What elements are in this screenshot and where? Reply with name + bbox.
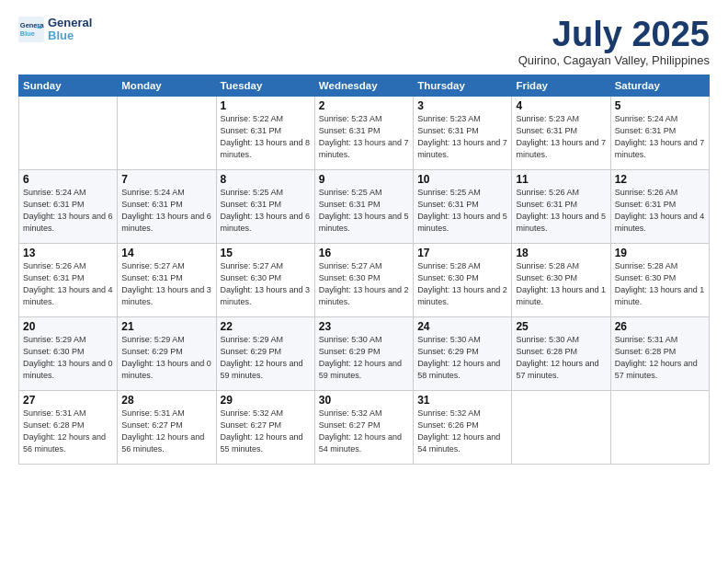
day-number: 21 xyxy=(121,320,211,333)
calendar-cell: 16Sunrise: 5:27 AM Sunset: 6:30 PM Dayli… xyxy=(314,244,413,317)
calendar-cell: 30Sunrise: 5:32 AM Sunset: 6:27 PM Dayli… xyxy=(314,391,413,465)
day-number: 31 xyxy=(417,394,507,407)
day-number: 24 xyxy=(417,320,507,333)
calendar-cell: 9Sunrise: 5:25 AM Sunset: 6:31 PM Daylig… xyxy=(314,170,413,244)
day-number: 25 xyxy=(516,320,606,333)
cell-info: Sunrise: 5:24 AM Sunset: 6:31 PM Dayligh… xyxy=(23,187,113,235)
cell-info: Sunrise: 5:31 AM Sunset: 6:28 PM Dayligh… xyxy=(23,408,113,455)
weekday-header-friday: Friday xyxy=(512,75,610,97)
cell-info: Sunrise: 5:25 AM Sunset: 6:31 PM Dayligh… xyxy=(221,187,311,235)
day-number: 7 xyxy=(121,173,211,186)
calendar-cell: 6Sunrise: 5:24 AM Sunset: 6:31 PM Daylig… xyxy=(19,170,118,244)
calendar-cell: 18Sunrise: 5:28 AM Sunset: 6:30 PM Dayli… xyxy=(512,244,610,317)
calendar-cell xyxy=(118,97,216,170)
calendar-cell: 10Sunrise: 5:25 AM Sunset: 6:31 PM Dayli… xyxy=(414,170,512,244)
day-number: 22 xyxy=(221,320,311,333)
location-subtitle: Quirino, Cagayan Valley, Philippines xyxy=(518,53,710,67)
cell-info: Sunrise: 5:28 AM Sunset: 6:30 PM Dayligh… xyxy=(516,260,606,308)
logo: General Blue General Blue xyxy=(18,17,92,43)
calendar-cell: 17Sunrise: 5:28 AM Sunset: 6:30 PM Dayli… xyxy=(414,244,512,317)
month-title: July 2025 xyxy=(518,17,710,52)
cell-info: Sunrise: 5:24 AM Sunset: 6:31 PM Dayligh… xyxy=(121,187,211,235)
weekday-header-thursday: Thursday xyxy=(414,75,512,97)
day-number: 23 xyxy=(319,320,409,333)
day-number: 15 xyxy=(221,247,311,259)
calendar-cell: 7Sunrise: 5:24 AM Sunset: 6:31 PM Daylig… xyxy=(118,170,216,244)
day-number: 11 xyxy=(516,173,606,186)
day-number: 20 xyxy=(23,320,113,333)
calendar-cell: 5Sunrise: 5:24 AM Sunset: 6:31 PM Daylig… xyxy=(610,97,709,170)
cell-info: Sunrise: 5:30 AM Sunset: 6:29 PM Dayligh… xyxy=(417,334,507,382)
day-number: 6 xyxy=(23,173,113,186)
day-number: 30 xyxy=(319,394,409,407)
svg-text:Blue: Blue xyxy=(20,29,35,38)
calendar-cell: 14Sunrise: 5:27 AM Sunset: 6:31 PM Dayli… xyxy=(118,244,216,317)
day-number: 4 xyxy=(516,99,606,112)
cell-info: Sunrise: 5:31 AM Sunset: 6:28 PM Dayligh… xyxy=(615,334,705,382)
day-number: 10 xyxy=(417,173,507,186)
day-number: 14 xyxy=(121,247,211,259)
day-number: 29 xyxy=(221,394,311,407)
calendar-cell: 25Sunrise: 5:30 AM Sunset: 6:28 PM Dayli… xyxy=(512,317,610,391)
day-number: 12 xyxy=(615,173,705,186)
cell-info: Sunrise: 5:25 AM Sunset: 6:31 PM Dayligh… xyxy=(319,187,409,235)
calendar-cell: 26Sunrise: 5:31 AM Sunset: 6:28 PM Dayli… xyxy=(610,317,709,391)
calendar-cell: 2Sunrise: 5:23 AM Sunset: 6:31 PM Daylig… xyxy=(314,97,413,170)
cell-info: Sunrise: 5:23 AM Sunset: 6:31 PM Dayligh… xyxy=(319,113,409,161)
cell-info: Sunrise: 5:32 AM Sunset: 6:26 PM Dayligh… xyxy=(417,408,507,455)
cell-info: Sunrise: 5:25 AM Sunset: 6:31 PM Dayligh… xyxy=(417,187,507,235)
day-number: 18 xyxy=(516,247,606,259)
calendar-cell: 12Sunrise: 5:26 AM Sunset: 6:31 PM Dayli… xyxy=(610,170,709,244)
cell-info: Sunrise: 5:31 AM Sunset: 6:27 PM Dayligh… xyxy=(121,408,211,455)
calendar-cell: 11Sunrise: 5:26 AM Sunset: 6:31 PM Dayli… xyxy=(512,170,610,244)
weekday-header-wednesday: Wednesday xyxy=(314,75,413,97)
calendar-cell: 28Sunrise: 5:31 AM Sunset: 6:27 PM Dayli… xyxy=(118,391,216,465)
logo-icon: General Blue xyxy=(18,17,44,42)
calendar-cell: 8Sunrise: 5:25 AM Sunset: 6:31 PM Daylig… xyxy=(216,170,314,244)
calendar-cell: 1Sunrise: 5:22 AM Sunset: 6:31 PM Daylig… xyxy=(216,97,314,170)
weekday-header-saturday: Saturday xyxy=(610,75,709,97)
calendar-cell: 3Sunrise: 5:23 AM Sunset: 6:31 PM Daylig… xyxy=(414,97,512,170)
day-number: 1 xyxy=(221,99,311,112)
calendar-cell: 13Sunrise: 5:26 AM Sunset: 6:31 PM Dayli… xyxy=(19,244,118,317)
logo-text-blue: Blue xyxy=(48,29,92,42)
calendar-cell: 24Sunrise: 5:30 AM Sunset: 6:29 PM Dayli… xyxy=(414,317,512,391)
calendar-cell: 23Sunrise: 5:30 AM Sunset: 6:29 PM Dayli… xyxy=(314,317,413,391)
cell-info: Sunrise: 5:23 AM Sunset: 6:31 PM Dayligh… xyxy=(516,113,606,161)
cell-info: Sunrise: 5:30 AM Sunset: 6:29 PM Dayligh… xyxy=(319,334,409,382)
calendar-cell: 22Sunrise: 5:29 AM Sunset: 6:29 PM Dayli… xyxy=(216,317,314,391)
day-number: 2 xyxy=(319,99,409,112)
cell-info: Sunrise: 5:28 AM Sunset: 6:30 PM Dayligh… xyxy=(417,260,507,308)
calendar-cell: 20Sunrise: 5:29 AM Sunset: 6:30 PM Dayli… xyxy=(19,317,118,391)
day-number: 19 xyxy=(615,247,705,259)
cell-info: Sunrise: 5:32 AM Sunset: 6:27 PM Dayligh… xyxy=(221,408,311,455)
calendar-cell xyxy=(512,391,610,465)
cell-info: Sunrise: 5:27 AM Sunset: 6:31 PM Dayligh… xyxy=(121,260,211,308)
cell-info: Sunrise: 5:32 AM Sunset: 6:27 PM Dayligh… xyxy=(319,408,409,455)
day-number: 28 xyxy=(121,394,211,407)
cell-info: Sunrise: 5:28 AM Sunset: 6:30 PM Dayligh… xyxy=(615,260,705,308)
cell-info: Sunrise: 5:27 AM Sunset: 6:30 PM Dayligh… xyxy=(221,260,311,308)
cell-info: Sunrise: 5:29 AM Sunset: 6:30 PM Dayligh… xyxy=(23,334,113,382)
calendar-cell: 29Sunrise: 5:32 AM Sunset: 6:27 PM Dayli… xyxy=(216,391,314,465)
day-number: 5 xyxy=(615,99,705,112)
calendar-cell: 27Sunrise: 5:31 AM Sunset: 6:28 PM Dayli… xyxy=(19,391,118,465)
calendar-table: SundayMondayTuesdayWednesdayThursdayFrid… xyxy=(18,75,710,465)
cell-info: Sunrise: 5:29 AM Sunset: 6:29 PM Dayligh… xyxy=(121,334,211,382)
cell-info: Sunrise: 5:24 AM Sunset: 6:31 PM Dayligh… xyxy=(615,113,705,161)
cell-info: Sunrise: 5:30 AM Sunset: 6:28 PM Dayligh… xyxy=(516,334,606,382)
calendar-cell: 4Sunrise: 5:23 AM Sunset: 6:31 PM Daylig… xyxy=(512,97,610,170)
cell-info: Sunrise: 5:26 AM Sunset: 6:31 PM Dayligh… xyxy=(615,187,705,235)
cell-info: Sunrise: 5:29 AM Sunset: 6:29 PM Dayligh… xyxy=(221,334,311,382)
day-number: 3 xyxy=(417,99,507,112)
day-number: 8 xyxy=(221,173,311,186)
cell-info: Sunrise: 5:23 AM Sunset: 6:31 PM Dayligh… xyxy=(417,113,507,161)
calendar-cell: 31Sunrise: 5:32 AM Sunset: 6:26 PM Dayli… xyxy=(414,391,512,465)
day-number: 27 xyxy=(23,394,113,407)
day-number: 17 xyxy=(417,247,507,259)
day-number: 16 xyxy=(319,247,409,259)
calendar-cell xyxy=(610,391,709,465)
calendar-cell: 21Sunrise: 5:29 AM Sunset: 6:29 PM Dayli… xyxy=(118,317,216,391)
calendar-cell xyxy=(19,97,118,170)
weekday-header-sunday: Sunday xyxy=(19,75,118,97)
